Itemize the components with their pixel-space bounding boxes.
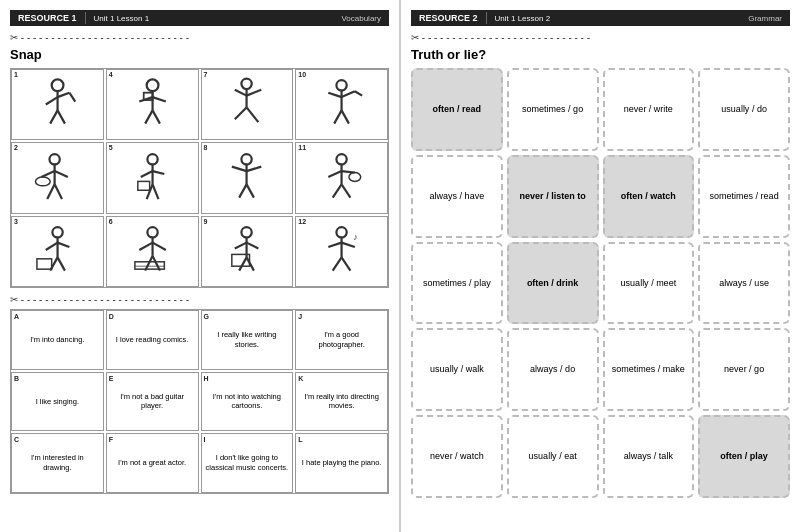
svg-line-19 (247, 108, 259, 123)
page-left: RESOURCE 1 Unit 1 Lesson 1 Vocabulary ✂ … (0, 0, 401, 532)
svg-point-76 (336, 227, 346, 237)
truth-card-13: always / do (507, 328, 599, 411)
truth-card-8: sometimes / play (411, 242, 503, 325)
truth-card-3: usually / do (698, 68, 790, 151)
snap-cell-10: 10 (295, 69, 388, 140)
svg-point-27 (49, 154, 59, 164)
svg-point-47 (336, 154, 346, 164)
snap-cell-1: 1 (11, 69, 104, 140)
svg-line-16 (235, 90, 247, 96)
svg-line-30 (54, 171, 67, 177)
text-cards-grid: AI'm into dancing.DI love reading comics… (10, 309, 389, 494)
right-header-divider (486, 12, 487, 24)
svg-line-64 (152, 242, 165, 249)
left-resource-label: RESOURCE 1 (18, 13, 77, 23)
truth-grid: often / readsometimes / gonever / writeu… (411, 68, 790, 498)
svg-line-72 (247, 242, 259, 248)
snap-cell-12: 12 ♪ (295, 216, 388, 287)
snap-cell-3: 3 (11, 216, 104, 287)
truth-card-0: often / read (411, 68, 503, 151)
scissors-icon-2: ✂ - - - - - - - - - - - - - - - - - - - … (10, 294, 389, 305)
svg-line-73 (240, 257, 247, 270)
svg-line-12 (145, 111, 152, 124)
svg-line-5 (57, 111, 64, 124)
svg-line-22 (328, 93, 341, 97)
svg-line-79 (342, 242, 355, 246)
truth-card-19: often / play (698, 415, 790, 498)
svg-line-36 (140, 171, 152, 177)
svg-line-49 (328, 171, 341, 177)
svg-rect-60 (37, 259, 52, 269)
svg-point-33 (35, 177, 50, 186)
svg-point-34 (147, 154, 157, 164)
snap-cell-2: 2 (11, 142, 104, 213)
snap-cell-11: 11 (295, 142, 388, 213)
truth-card-14: sometimes / make (603, 328, 695, 411)
svg-line-44 (247, 166, 262, 170)
svg-line-6 (69, 93, 75, 102)
left-unit-info: Unit 1 Lesson 1 (94, 14, 150, 23)
truth-card-6: often / watch (603, 155, 695, 238)
text-card-j: JI'm a good photographer. (295, 310, 388, 370)
left-type-label: Vocabulary (341, 14, 381, 23)
svg-line-13 (152, 111, 159, 124)
scissors-icon-3: ✂ - - - - - - - - - - - - - - - - - - - … (411, 32, 790, 43)
svg-line-18 (235, 108, 247, 120)
snap-cell-9: 9 (201, 216, 294, 287)
text-card-a: AI'm into dancing. (11, 310, 104, 370)
truth-card-16: never / watch (411, 415, 503, 498)
svg-text:♪: ♪ (353, 232, 357, 242)
text-card-l: LI hate playing the piano. (295, 433, 388, 493)
svg-line-78 (328, 242, 341, 246)
svg-line-57 (57, 242, 69, 246)
svg-point-41 (242, 154, 252, 164)
svg-line-3 (57, 93, 69, 97)
truth-card-4: always / have (411, 155, 503, 238)
svg-point-61 (147, 227, 157, 237)
truth-card-2: never / write (603, 68, 695, 151)
svg-line-59 (57, 257, 64, 270)
truth-card-1: sometimes / go (507, 68, 599, 151)
left-page-header: RESOURCE 1 Unit 1 Lesson 1 Vocabulary (10, 10, 389, 26)
svg-line-56 (46, 242, 58, 249)
book-spread: RESOURCE 1 Unit 1 Lesson 1 Vocabulary ✂ … (0, 0, 800, 532)
truth-card-5: never / listen to (507, 155, 599, 238)
snap-cell-5: 5 (106, 142, 199, 213)
svg-line-43 (232, 166, 247, 170)
scissors-icon: ✂ - - - - - - - - - - - - - - - - - - - … (10, 32, 389, 43)
snap-cell-4: 4 (106, 69, 199, 140)
right-page-header: RESOURCE 2 Unit 1 Lesson 2 Grammar (411, 10, 790, 26)
snap-cell-6: 6 (106, 216, 199, 287)
header-divider (85, 12, 86, 24)
svg-line-32 (54, 184, 61, 199)
svg-line-17 (247, 90, 262, 96)
text-card-g: GI really like writing stories. (201, 310, 294, 370)
right-unit-info: Unit 1 Lesson 2 (495, 14, 551, 23)
svg-line-45 (240, 184, 247, 197)
svg-line-2 (46, 97, 58, 104)
svg-point-54 (52, 227, 62, 237)
svg-line-24 (355, 91, 362, 95)
svg-line-46 (247, 184, 254, 197)
truth-card-9: often / drink (507, 242, 599, 325)
right-resource-label: RESOURCE 2 (419, 13, 478, 23)
svg-point-0 (51, 80, 63, 92)
snap-cell-7: 7 (201, 69, 294, 140)
text-card-h: HI'm not into watching cartoons. (201, 372, 294, 432)
text-card-d: DI love reading comics. (106, 310, 199, 370)
truth-card-7: sometimes / read (698, 155, 790, 238)
svg-line-11 (152, 97, 165, 101)
svg-line-80 (333, 257, 342, 270)
truth-card-15: never / go (698, 328, 790, 411)
truth-card-12: usually / walk (411, 328, 503, 411)
page-right: RESOURCE 2 Unit 1 Lesson 2 Grammar ✂ - -… (401, 0, 800, 532)
truth-card-11: always / use (698, 242, 790, 325)
svg-point-69 (242, 227, 252, 237)
snap-grid: 1 4 (10, 68, 389, 288)
truth-card-17: usually / eat (507, 415, 599, 498)
svg-line-37 (152, 171, 164, 174)
svg-point-14 (242, 79, 252, 89)
svg-line-31 (47, 184, 54, 199)
svg-rect-40 (137, 181, 149, 190)
left-activity-title: Snap (10, 47, 389, 62)
